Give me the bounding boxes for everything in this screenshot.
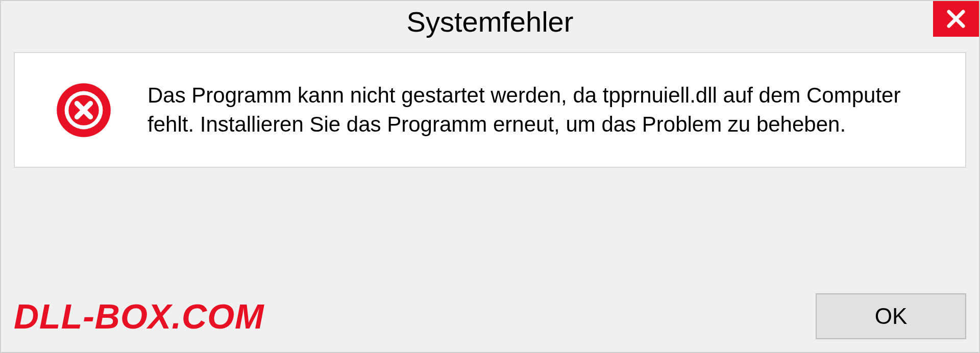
footer: DLL-BOX.COM OK: [14, 293, 966, 339]
close-icon: [945, 8, 967, 30]
titlebar: Systemfehler: [1, 1, 979, 42]
error-message: Das Programm kann nicht gestartet werden…: [148, 81, 935, 139]
dialog-title: Systemfehler: [1, 5, 979, 38]
watermark-text: DLL-BOX.COM: [14, 296, 264, 336]
content-panel: Das Programm kann nicht gestartet werden…: [14, 52, 966, 168]
close-button[interactable]: [933, 1, 979, 37]
ok-button[interactable]: OK: [816, 293, 966, 339]
error-icon: [56, 82, 112, 138]
error-dialog: Systemfehler Das Programm kann nicht ges…: [0, 0, 980, 353]
